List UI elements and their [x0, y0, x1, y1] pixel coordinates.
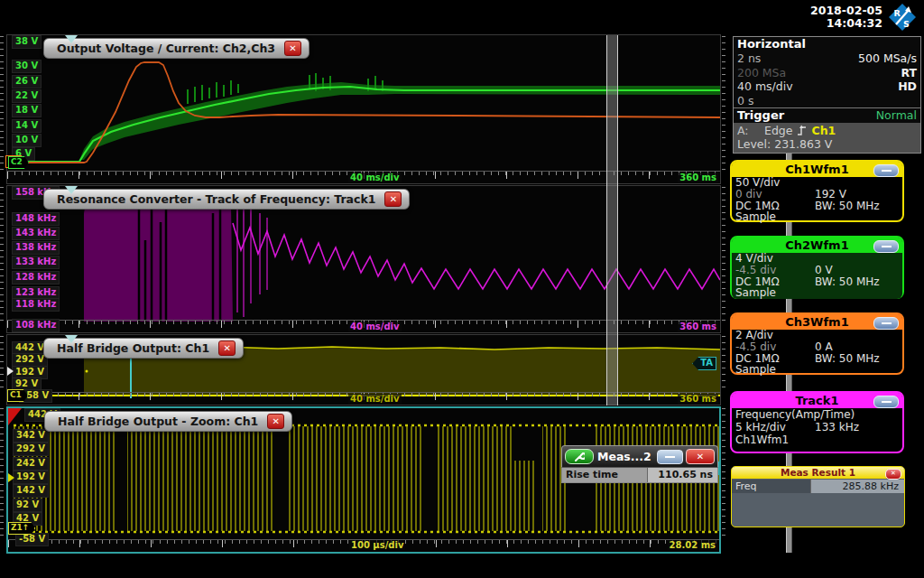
- svg-text:R: R: [894, 8, 901, 18]
- y-axis-label: 143 kHz: [12, 227, 60, 240]
- dialog-title: Meas...2: [596, 450, 654, 463]
- signal-box-header[interactable]: Ch2Wfm1: [732, 238, 902, 253]
- close-button[interactable]: ✕: [686, 449, 715, 464]
- right-ruler-3: [722, 336, 727, 393]
- x-scale-label: 40 ms/div: [348, 172, 402, 182]
- meas-result-header[interactable]: Meas Result 1 ✕: [732, 467, 904, 479]
- signal-box-track1[interactable]: Track1 Frequency(Amp/Time) 5 kHz/div133 …: [730, 391, 904, 453]
- y-axis-label: 118 kHz: [12, 298, 60, 312]
- x-end-label: 360 ms: [678, 322, 718, 331]
- zoom-marker[interactable]: Z1↑: [8, 522, 35, 535]
- y-axis-label: 14 V: [12, 119, 42, 133]
- signal-box-ch3wfm1[interactable]: Ch3Wfm1 2 A/div -4.5 div0 A DC 1MΩBW: 50…: [730, 312, 904, 375]
- offset: -4.5 div: [735, 265, 815, 276]
- horizontal-trigger-box[interactable]: Horizontal 2 ns 500 MSa/s 200 MSa RT 40 …: [733, 36, 921, 154]
- close-icon[interactable]: ✕: [284, 41, 301, 56]
- trigger-level-arrow[interactable]: [7, 367, 14, 376]
- meas-result-title: Meas Result 1: [781, 467, 855, 478]
- trigger-header[interactable]: Trigger Normal: [734, 107, 920, 123]
- trigger-position-marker[interactable]: [65, 35, 78, 43]
- y-axis-label: 242 V: [13, 457, 49, 471]
- offset: -4.5 div: [735, 341, 815, 353]
- trigger-title: Trigger: [737, 108, 784, 123]
- y-axis-label: 18 V: [12, 104, 42, 117]
- right-ruler-4: [722, 408, 727, 539]
- measurement-row: Rise time 110.65 ns: [561, 467, 718, 483]
- y-axis-base-label: -58 V: [15, 533, 49, 546]
- close-icon[interactable]: ✕: [885, 469, 901, 480]
- settings-wrench-button[interactable]: [565, 449, 594, 464]
- level-value: 0 A: [815, 341, 899, 353]
- signal-box-header[interactable]: Ch1Wfm1: [732, 162, 902, 177]
- bandwidth: BW: 50 MHz: [815, 353, 899, 365]
- trigger-position-marker[interactable]: [65, 335, 78, 343]
- vertical-scale: 2 A/div: [735, 330, 773, 341]
- signal-box-header[interactable]: Track1: [732, 393, 902, 408]
- measurement-dialog-header[interactable]: Meas...2 ✕: [561, 445, 718, 467]
- signal-box-body: 2 A/div -4.5 div0 A DC 1MΩBW: 50 MHz Sam…: [732, 330, 902, 376]
- minimize-icon: [665, 456, 675, 458]
- meas-result-box[interactable]: Meas Result 1 ✕ Freq 285.88 kHz: [731, 466, 905, 527]
- horizontal-row: 2 ns 500 MSa/s: [734, 51, 920, 66]
- meas-result-label: Freq: [732, 480, 811, 493]
- x-end-label: 360 ms: [678, 172, 718, 182]
- y-axis-label: 30 V: [12, 60, 42, 73]
- minimize-button[interactable]: [873, 240, 899, 253]
- y-axis-label: 133 kHz: [12, 256, 60, 269]
- signal-box-ch1wfm1[interactable]: Ch1Wfm1 50 V/div 0 div192 V DC 1MΩBW: 50…: [730, 160, 904, 222]
- rs-logo-icon: R S: [888, 3, 917, 32]
- channel-name: Ch3Wfm1: [785, 315, 848, 329]
- trigger-level-arrow[interactable]: [8, 473, 14, 482]
- panel-title: Output Voltage / Current: Ch2,Ch3: [57, 42, 275, 55]
- y-axis-label: 38 V: [12, 35, 42, 49]
- bandwidth: BW: 50 MHz: [815, 200, 899, 212]
- minimize-button[interactable]: [873, 164, 899, 177]
- decimation-mode: Sample: [735, 211, 815, 223]
- signal-box-header[interactable]: Ch3Wfm1: [732, 314, 902, 330]
- y-axis-label: 138 kHz: [12, 241, 60, 255]
- minimize-button[interactable]: [873, 317, 899, 330]
- sample-rate-value: 500 MSa/s: [858, 51, 917, 66]
- minimize-button[interactable]: [657, 450, 683, 464]
- x-scale-label: 40 ms/div: [348, 394, 402, 404]
- decimation-mode: Sample: [735, 287, 815, 299]
- horizontal-row: 0 s: [734, 94, 920, 108]
- trigger-level-row: Level: 231.863 V: [737, 137, 917, 151]
- y-axis-label: 292 V: [12, 353, 48, 367]
- signal-box-body: Frequency(Amp/Time) 5 kHz/div133 kHz Ch1…: [732, 408, 902, 446]
- position-value: 0 s: [737, 94, 753, 108]
- close-icon[interactable]: ✕: [218, 340, 236, 356]
- left-ruler-1: [0, 36, 5, 172]
- horizontal-row: 40 ms/div HD: [734, 79, 920, 94]
- panel-title-tab[interactable]: Half Bridge Output - Zoom: Ch1 ✕: [44, 411, 292, 432]
- meas-result-value: 285.88 kHz: [811, 480, 904, 493]
- zoom-region-bar[interactable]: [606, 35, 618, 406]
- panel-title: Half Bridge Output: Ch1: [57, 341, 209, 355]
- measurement-dialog[interactable]: Meas...2 ✕ Rise time 110.65 ns: [561, 445, 718, 483]
- meas-result-row: Freq 285.88 kHz: [732, 480, 904, 493]
- hd-mode-value: HD: [898, 79, 917, 94]
- channel-name: Ch1Wfm1: [785, 163, 848, 176]
- trigger-settings[interactable]: A: Edge Ch1 Level: 231.863 V: [734, 123, 920, 153]
- wrench-icon: [574, 452, 585, 462]
- panel-title-tab[interactable]: Output Voltage / Current: Ch2,Ch3 ✕: [43, 38, 310, 59]
- bandwidth: BW: 50 MHz: [815, 276, 899, 288]
- time-label: 14:04:32: [810, 17, 882, 30]
- close-icon[interactable]: ✕: [267, 414, 284, 429]
- close-icon[interactable]: ✕: [384, 191, 402, 207]
- panel-title-tab[interactable]: Resonance Converter - Track of Frequency…: [43, 189, 410, 210]
- track-function: Frequency(Amp/Time): [735, 408, 855, 421]
- track-source: Ch1Wfm1: [735, 434, 815, 446]
- timebase-value: 40 ms/div: [737, 79, 793, 94]
- x-end-label: 360 ms: [678, 394, 718, 404]
- y-axis-label: 92 V: [13, 499, 42, 512]
- record-length-value: 200 MSa: [737, 66, 786, 80]
- minimize-button[interactable]: [873, 396, 899, 408]
- minimize-icon: [882, 322, 892, 324]
- trigger-type: Edge: [764, 124, 792, 137]
- trigger-position-marker[interactable]: [65, 186, 78, 194]
- signal-box-ch2wfm1[interactable]: Ch2Wfm1 4 V/div -4.5 div0 V DC 1MΩBW: 50…: [730, 236, 904, 299]
- trigger-level-value: 231.863 V: [774, 137, 832, 151]
- y-axis-label: 292 V: [13, 443, 49, 456]
- y-axis-label: 10 V: [12, 134, 42, 147]
